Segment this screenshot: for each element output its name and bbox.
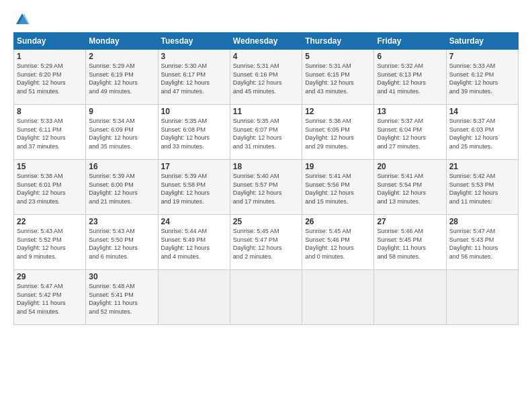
calendar-day-16: 16Sunrise: 5:39 AM Sunset: 6:00 PM Dayli…: [86, 160, 158, 215]
day-number: 27: [377, 217, 443, 226]
day-number: 29: [17, 272, 83, 281]
calendar-day-28: 28Sunrise: 5:47 AM Sunset: 5:43 PM Dayli…: [446, 215, 518, 270]
calendar-header-friday: Friday: [374, 33, 446, 50]
day-info: Sunrise: 5:37 AM Sunset: 6:03 PM Dayligh…: [449, 117, 515, 150]
calendar-day-25: 25Sunrise: 5:45 AM Sunset: 5:47 PM Dayli…: [230, 215, 302, 270]
day-number: 24: [161, 217, 227, 226]
day-info: Sunrise: 5:46 AM Sunset: 5:45 PM Dayligh…: [377, 227, 443, 261]
day-info: Sunrise: 5:36 AM Sunset: 6:05 PM Dayligh…: [305, 117, 371, 150]
empty-day: [158, 270, 230, 325]
day-info: Sunrise: 5:47 AM Sunset: 5:42 PM Dayligh…: [17, 282, 83, 316]
day-number: 28: [449, 217, 515, 226]
calendar-day-15: 15Sunrise: 5:38 AM Sunset: 6:01 PM Dayli…: [14, 160, 86, 215]
day-info: Sunrise: 5:38 AM Sunset: 6:01 PM Dayligh…: [17, 172, 83, 205]
calendar-header-thursday: Thursday: [302, 33, 374, 50]
day-number: 30: [89, 272, 154, 281]
calendar: SundayMondayTuesdayWednesdayThursdayFrid…: [13, 32, 519, 325]
day-number: 16: [89, 162, 154, 171]
calendar-week-2: 8Sunrise: 5:33 AM Sunset: 6:11 PM Daylig…: [14, 105, 519, 160]
day-number: 3: [161, 52, 227, 61]
calendar-day-13: 13Sunrise: 5:37 AM Sunset: 6:04 PM Dayli…: [374, 105, 446, 160]
day-info: Sunrise: 5:48 AM Sunset: 5:41 PM Dayligh…: [89, 282, 154, 316]
calendar-day-6: 6Sunrise: 5:32 AM Sunset: 6:13 PM Daylig…: [374, 50, 446, 105]
day-number: 25: [233, 217, 299, 226]
calendar-day-27: 27Sunrise: 5:46 AM Sunset: 5:45 PM Dayli…: [374, 215, 446, 270]
day-info: Sunrise: 5:43 AM Sunset: 5:52 PM Dayligh…: [17, 227, 83, 261]
calendar-day-21: 21Sunrise: 5:42 AM Sunset: 5:53 PM Dayli…: [446, 160, 518, 215]
calendar-week-1: 1Sunrise: 5:29 AM Sunset: 6:20 PM Daylig…: [14, 50, 519, 105]
empty-day: [302, 270, 374, 325]
calendar-day-5: 5Sunrise: 5:31 AM Sunset: 6:15 PM Daylig…: [302, 50, 374, 105]
day-number: 5: [305, 52, 371, 61]
day-info: Sunrise: 5:33 AM Sunset: 6:12 PM Dayligh…: [449, 62, 515, 95]
calendar-day-1: 1Sunrise: 5:29 AM Sunset: 6:20 PM Daylig…: [14, 50, 86, 105]
empty-day: [446, 270, 518, 325]
day-number: 23: [89, 217, 154, 226]
day-number: 2: [89, 52, 154, 61]
day-info: Sunrise: 5:47 AM Sunset: 5:43 PM Dayligh…: [449, 227, 515, 261]
day-number: 7: [449, 52, 515, 61]
calendar-day-23: 23Sunrise: 5:43 AM Sunset: 5:50 PM Dayli…: [86, 215, 158, 270]
day-info: Sunrise: 5:40 AM Sunset: 5:57 PM Dayligh…: [233, 172, 299, 205]
day-number: 21: [449, 162, 515, 171]
day-info: Sunrise: 5:35 AM Sunset: 6:08 PM Dayligh…: [161, 117, 227, 150]
calendar-day-18: 18Sunrise: 5:40 AM Sunset: 5:57 PM Dayli…: [230, 160, 302, 215]
day-number: 8: [17, 107, 83, 116]
day-info: Sunrise: 5:29 AM Sunset: 6:19 PM Dayligh…: [89, 62, 154, 95]
day-number: 6: [377, 52, 443, 61]
day-number: 14: [449, 107, 515, 116]
calendar-day-3: 3Sunrise: 5:30 AM Sunset: 6:17 PM Daylig…: [158, 50, 230, 105]
day-number: 11: [233, 107, 299, 116]
calendar-day-8: 8Sunrise: 5:33 AM Sunset: 6:11 PM Daylig…: [14, 105, 86, 160]
calendar-week-3: 15Sunrise: 5:38 AM Sunset: 6:01 PM Dayli…: [14, 160, 519, 215]
calendar-day-10: 10Sunrise: 5:35 AM Sunset: 6:08 PM Dayli…: [158, 105, 230, 160]
empty-day: [374, 270, 446, 325]
day-number: 10: [161, 107, 227, 116]
day-number: 1: [17, 52, 83, 61]
day-info: Sunrise: 5:42 AM Sunset: 5:53 PM Dayligh…: [449, 172, 515, 205]
calendar-day-17: 17Sunrise: 5:39 AM Sunset: 5:58 PM Dayli…: [158, 160, 230, 215]
day-info: Sunrise: 5:35 AM Sunset: 6:07 PM Dayligh…: [233, 117, 299, 150]
calendar-week-4: 22Sunrise: 5:43 AM Sunset: 5:52 PM Dayli…: [14, 215, 519, 270]
calendar-day-20: 20Sunrise: 5:41 AM Sunset: 5:54 PM Dayli…: [374, 160, 446, 215]
day-info: Sunrise: 5:41 AM Sunset: 5:54 PM Dayligh…: [377, 172, 443, 205]
calendar-day-19: 19Sunrise: 5:41 AM Sunset: 5:56 PM Dayli…: [302, 160, 374, 215]
calendar-day-26: 26Sunrise: 5:45 AM Sunset: 5:46 PM Dayli…: [302, 215, 374, 270]
day-info: Sunrise: 5:45 AM Sunset: 5:47 PM Dayligh…: [233, 227, 299, 261]
calendar-day-29: 29Sunrise: 5:47 AM Sunset: 5:42 PM Dayli…: [14, 270, 86, 325]
day-info: Sunrise: 5:41 AM Sunset: 5:56 PM Dayligh…: [305, 172, 371, 205]
day-number: 18: [233, 162, 299, 171]
logo-icon: [15, 12, 30, 27]
day-info: Sunrise: 5:31 AM Sunset: 6:15 PM Dayligh…: [305, 62, 371, 95]
calendar-day-30: 30Sunrise: 5:48 AM Sunset: 5:41 PM Dayli…: [86, 270, 158, 325]
day-info: Sunrise: 5:33 AM Sunset: 6:11 PM Dayligh…: [17, 117, 83, 150]
day-number: 9: [89, 107, 154, 116]
calendar-header-wednesday: Wednesday: [230, 33, 302, 50]
calendar-day-4: 4Sunrise: 5:31 AM Sunset: 6:16 PM Daylig…: [230, 50, 302, 105]
day-number: 20: [377, 162, 443, 171]
calendar-day-11: 11Sunrise: 5:35 AM Sunset: 6:07 PM Dayli…: [230, 105, 302, 160]
empty-day: [230, 270, 302, 325]
day-number: 4: [233, 52, 299, 61]
day-info: Sunrise: 5:32 AM Sunset: 6:13 PM Dayligh…: [377, 62, 443, 95]
day-number: 22: [17, 217, 83, 226]
day-number: 26: [305, 217, 371, 226]
calendar-day-22: 22Sunrise: 5:43 AM Sunset: 5:52 PM Dayli…: [14, 215, 86, 270]
day-number: 15: [17, 162, 83, 171]
logo: [13, 12, 30, 27]
day-info: Sunrise: 5:43 AM Sunset: 5:50 PM Dayligh…: [89, 227, 154, 261]
day-number: 12: [305, 107, 371, 116]
day-info: Sunrise: 5:31 AM Sunset: 6:16 PM Dayligh…: [233, 62, 299, 95]
day-info: Sunrise: 5:44 AM Sunset: 5:49 PM Dayligh…: [161, 227, 227, 261]
calendar-header-tuesday: Tuesday: [158, 33, 230, 50]
calendar-header-saturday: Saturday: [446, 33, 518, 50]
calendar-header-row: SundayMondayTuesdayWednesdayThursdayFrid…: [14, 33, 519, 50]
day-number: 19: [305, 162, 371, 171]
calendar-day-2: 2Sunrise: 5:29 AM Sunset: 6:19 PM Daylig…: [86, 50, 158, 105]
calendar-day-9: 9Sunrise: 5:34 AM Sunset: 6:09 PM Daylig…: [86, 105, 158, 160]
day-info: Sunrise: 5:39 AM Sunset: 5:58 PM Dayligh…: [161, 172, 227, 205]
day-info: Sunrise: 5:45 AM Sunset: 5:46 PM Dayligh…: [305, 227, 371, 261]
day-number: 13: [377, 107, 443, 116]
calendar-day-7: 7Sunrise: 5:33 AM Sunset: 6:12 PM Daylig…: [446, 50, 518, 105]
day-info: Sunrise: 5:39 AM Sunset: 6:00 PM Dayligh…: [89, 172, 154, 205]
